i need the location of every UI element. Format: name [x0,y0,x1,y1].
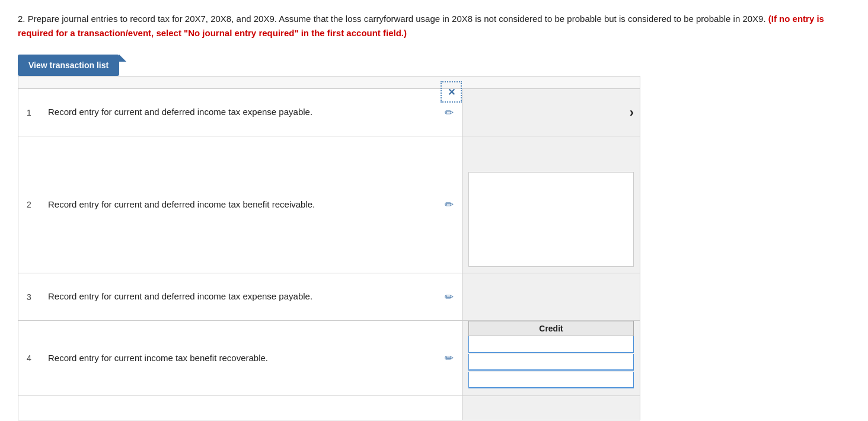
entry-description-3: Record entry for current and deferred in… [42,273,436,320]
transaction-container: ✕ 1 Record entry for current and deferre… [18,76,640,420]
entry-number-1: 1 [18,89,42,136]
edit-button-2[interactable]: ✏ [436,136,462,273]
pencil-icon-2: ✏ [445,198,454,211]
chevron-right-button[interactable]: › [624,99,640,126]
pencil-icon-1: ✏ [445,106,454,119]
close-icon[interactable]: ✕ [441,81,462,103]
right-panel-4: Credit [462,321,640,396]
credit-input-row-1[interactable] [468,336,634,353]
table-row: 1 Record entry for current and deferred … [18,89,640,136]
table-footer-row [18,396,640,420]
entry-description-2: Record entry for current and deferred in… [42,136,436,273]
right-panel-5 [462,396,640,420]
view-transaction-button[interactable]: View transaction list [18,55,119,76]
credit-section: Credit [468,321,634,390]
credit-input-row-2[interactable] [468,354,634,371]
pencil-icon-3: ✏ [445,291,454,304]
view-transaction-btn-wrapper: View transaction list [18,55,850,76]
btn-triangle-decoration [119,55,126,62]
entry-number-2: 2 [18,136,42,273]
table-row: 3 Record entry for current and deferred … [18,273,640,321]
instruction-normal-text: 2. Prepare journal entries to record tax… [18,14,766,24]
white-box-2 [468,172,634,267]
right-panel-2 [462,136,640,273]
table-header-row: ✕ [18,76,640,89]
table-row: 2 Record entry for current and deferred … [18,136,640,273]
entry-number-3: 3 [18,273,42,320]
instruction-block: 2. Prepare journal entries to record tax… [18,12,850,40]
pencil-icon-4: ✏ [445,352,454,365]
edit-button-4[interactable]: ✏ [436,321,462,396]
entry-number-4: 4 [18,321,42,396]
entry-description-1: Record entry for current and deferred in… [42,89,436,136]
entry-description-4: Record entry for current income tax bene… [42,321,436,396]
table-row: 4 Record entry for current income tax be… [18,321,640,396]
credit-label: Credit [468,321,634,336]
credit-input-row-3[interactable] [468,372,634,388]
edit-button-3[interactable]: ✏ [436,273,462,320]
right-panel-3 [462,273,640,320]
right-panel-1: › [462,89,640,136]
